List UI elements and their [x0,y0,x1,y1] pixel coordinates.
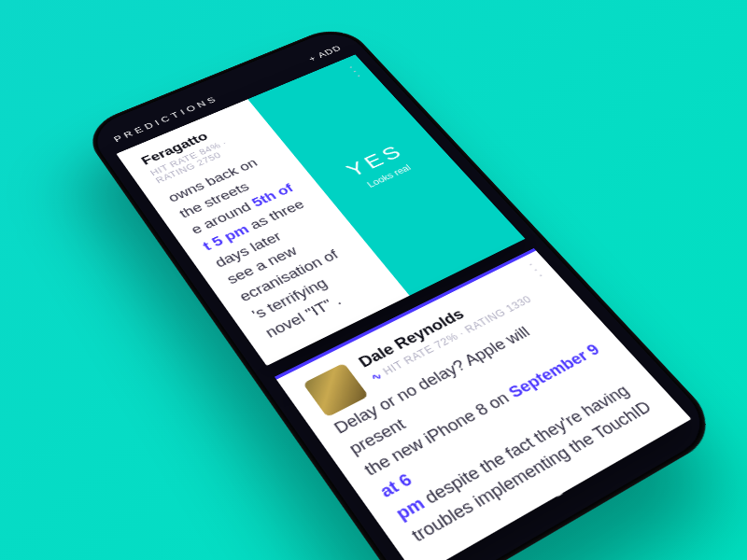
phone-frame: PREDICTIONS +ADD ··· Feragatto [79,22,726,560]
nav-home-icon[interactable] [539,475,574,506]
svg-rect-0 [444,539,463,556]
wave-icon: ∿ [369,370,386,384]
nav-back-icon[interactable] [636,421,670,450]
screen: PREDICTIONS +ADD ··· Feragatto [85,25,718,560]
add-button[interactable]: +ADD [306,44,344,63]
nav-square-icon[interactable] [436,533,472,560]
svg-point-1 [544,480,566,498]
